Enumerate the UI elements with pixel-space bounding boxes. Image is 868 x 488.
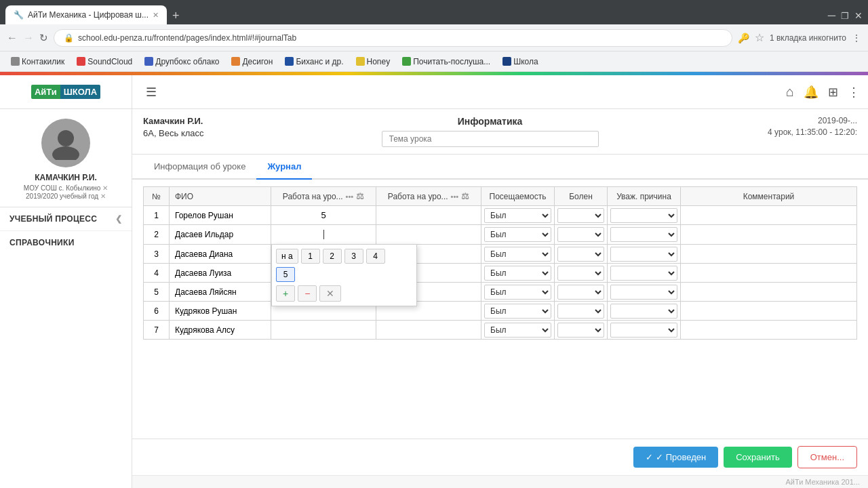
grade-input[interactable]	[271, 206, 376, 224]
th-work1-dots[interactable]: •••	[346, 192, 354, 201]
grade-option-btn[interactable]: 4	[366, 249, 385, 264]
cell-comment[interactable]	[681, 245, 857, 264]
new-tab-button[interactable]: +	[167, 9, 185, 23]
sick-select[interactable]: ДаНет	[557, 227, 604, 242]
remove-year-icon[interactable]: ✕	[100, 192, 106, 200]
grade-plus-btn[interactable]: +	[276, 285, 295, 302]
sick-select[interactable]: ДаНет	[557, 285, 604, 300]
cell-reason[interactable]: УважительнаяНеуважительная	[608, 321, 681, 340]
grade2-input[interactable]	[376, 321, 481, 339]
cancel-button[interactable]: Отмен...	[797, 446, 857, 468]
browser-tab[interactable]: 🔧 АйТи Механика - Цифровая ш... ✕	[5, 5, 167, 24]
comment-input[interactable]	[684, 228, 854, 241]
cell-reason[interactable]: УважительнаяНеуважительная	[608, 302, 681, 321]
grade-option-btn[interactable]: 1	[301, 249, 320, 264]
reason-select[interactable]: УважительнаяНеуважительная	[610, 323, 677, 338]
cell-reason[interactable]: УважительнаяНеуважительная	[608, 283, 681, 302]
forward-button[interactable]: →	[23, 32, 34, 44]
cell-comment[interactable]	[681, 206, 857, 225]
provedyon-button[interactable]: ✓ ✓ Проведен	[633, 447, 718, 468]
grade-option-btn[interactable]: н а	[276, 249, 298, 264]
comment-input[interactable]	[684, 304, 854, 318]
bookmark-dropbox[interactable]: Друпбокс облако	[139, 56, 224, 68]
grid-icon[interactable]: ⊞	[828, 85, 838, 100]
cell-grade1[interactable]	[271, 206, 376, 225]
cell-comment[interactable]	[681, 321, 857, 340]
comment-input[interactable]	[684, 285, 854, 299]
cell-reason[interactable]: УважительнаяНеуважительная	[608, 225, 681, 245]
cell-comment[interactable]	[681, 283, 857, 302]
cell-attendance[interactable]: БылНе был	[481, 283, 555, 302]
attendance-select[interactable]: БылНе был	[484, 304, 551, 319]
reason-select[interactable]: УважительнаяНеуважительная	[610, 285, 677, 300]
cell-reason[interactable]: УважительнаяНеуважительная	[608, 206, 681, 225]
cell-grade2[interactable]	[376, 206, 481, 225]
sick-select[interactable]: ДаНет	[557, 323, 604, 338]
address-bar[interactable]: 🔒 school.edu-penza.ru/frontend/pages/ind…	[54, 29, 732, 47]
remove-org-icon[interactable]: ✕	[102, 184, 108, 192]
maximize-icon[interactable]: ❐	[841, 11, 849, 21]
th-work1-scale-icon[interactable]: ⚖	[356, 191, 364, 201]
bookmark-pochitat[interactable]: Почитать-послуша...	[397, 56, 496, 68]
attendance-select[interactable]: БылНе был	[484, 266, 551, 281]
save-button[interactable]: Сохранить	[724, 447, 792, 468]
cell-grade2[interactable]	[376, 225, 481, 245]
star-icon[interactable]: ☆	[755, 31, 764, 44]
cell-sick[interactable]: ДаНет	[555, 225, 608, 245]
cell-sick[interactable]: ДаНет	[555, 206, 608, 225]
hamburger-button[interactable]: ☰	[140, 82, 162, 102]
cell-reason[interactable]: УважительнаяНеуважительная	[608, 264, 681, 283]
attendance-select[interactable]: БылНе был	[484, 323, 551, 338]
attendance-select[interactable]: БылНе был	[484, 227, 551, 242]
cell-sick[interactable]: ДаНет	[555, 264, 608, 283]
comment-input[interactable]	[684, 323, 854, 337]
sidebar-item-uchebniy[interactable]: УЧЕБНЫЙ ПРОЦЕСС ❮	[0, 207, 132, 231]
bookmark-honey[interactable]: Honey	[351, 56, 396, 68]
menu-icon[interactable]: ⋮	[852, 33, 861, 43]
cell-grade1[interactable]	[271, 321, 376, 340]
bookmark-desigon[interactable]: Десигон	[226, 56, 278, 68]
cell-sick[interactable]: ДаНет	[555, 302, 608, 321]
comment-input[interactable]	[684, 209, 854, 222]
cell-reason[interactable]: УважительнаяНеуважительная	[608, 245, 681, 264]
grade-5-btn[interactable]: 5	[276, 267, 295, 282]
cell-grade2[interactable]	[376, 321, 481, 340]
cell-attendance[interactable]: БылНе был	[481, 264, 555, 283]
sick-select[interactable]: ДаНет	[557, 247, 604, 262]
tab-close-icon[interactable]: ✕	[153, 11, 159, 20]
bookmark-shkola[interactable]: Школа	[497, 56, 543, 68]
tab-info[interactable]: Информация об уроке	[143, 155, 256, 180]
bookmark-bihance[interactable]: Биханс и др.	[279, 56, 349, 68]
cell-attendance[interactable]: БылНе был	[481, 321, 555, 340]
grade-option-btn[interactable]: 3	[344, 249, 363, 264]
comment-input[interactable]	[684, 247, 854, 261]
grade2-input[interactable]	[376, 206, 481, 224]
sick-select[interactable]: ДаНет	[557, 304, 604, 319]
reason-select[interactable]: УважительнаяНеуважительная	[610, 247, 677, 262]
more-icon[interactable]: ⋮	[848, 85, 860, 100]
reload-button[interactable]: ↻	[39, 32, 48, 44]
attendance-select[interactable]: БылНе был	[484, 285, 551, 300]
cell-grade1[interactable]: н а12345+−✕	[271, 225, 376, 245]
sick-select[interactable]: ДаНет	[557, 266, 604, 281]
home-icon[interactable]: ⌂	[786, 84, 794, 100]
sidebar-item-spravochniki[interactable]: СПРАВОЧНИКИ	[0, 231, 132, 254]
th-work2-dots[interactable]: •••	[451, 192, 459, 201]
attendance-select[interactable]: БылНе был	[484, 247, 551, 262]
cell-sick[interactable]: ДаНет	[555, 283, 608, 302]
attendance-select[interactable]: БылНе был	[484, 208, 551, 223]
cell-attendance[interactable]: БылНе был	[481, 206, 555, 225]
reason-select[interactable]: УважительнаяНеуважительная	[610, 208, 677, 223]
bookmark-kontakilik[interactable]: Контакилик	[5, 56, 70, 68]
bell-icon[interactable]: 🔔	[804, 85, 818, 100]
th-work2-scale-icon[interactable]: ⚖	[461, 191, 469, 201]
cell-sick[interactable]: ДаНет	[555, 321, 608, 340]
grade2-input[interactable]	[376, 226, 481, 244]
sick-select[interactable]: ДаНет	[557, 208, 604, 223]
reason-select[interactable]: УважительнаяНеуважительная	[610, 266, 677, 281]
reason-select[interactable]: УважительнаяНеуважительная	[610, 304, 677, 319]
back-button[interactable]: ←	[7, 32, 18, 44]
lesson-topic-input[interactable]	[382, 131, 599, 147]
reason-select[interactable]: УважительнаяНеуважительная	[610, 227, 677, 242]
cell-attendance[interactable]: БылНе был	[481, 302, 555, 321]
